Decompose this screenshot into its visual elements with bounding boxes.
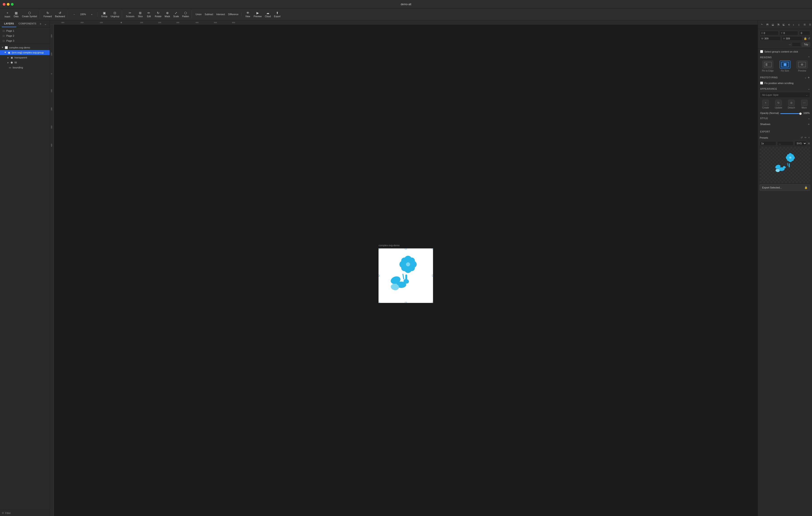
resizing-header[interactable]: RESIZING ⌃ — [758, 54, 812, 60]
view-button[interactable]: 👁 View — [244, 10, 252, 18]
collapse-layers-button[interactable]: ⌄ — [43, 21, 48, 27]
handle-ml[interactable] — [379, 275, 379, 277]
more-align-icon[interactable]: ⊟ — [808, 23, 812, 27]
update-style-button[interactable]: ↻ Update — [773, 100, 785, 109]
lock-icon[interactable]: 🔒 — [804, 37, 807, 40]
add-shadow-button[interactable]: + — [808, 122, 810, 126]
layer-style-selector[interactable]: No Layer Style ⌄ — [760, 92, 810, 98]
h-input[interactable]: 309 — [786, 37, 801, 40]
style-header[interactable]: STYLE ⌄ — [758, 115, 812, 121]
align-left-icon[interactable]: ⬑ — [760, 23, 764, 27]
layer-arrow-transparent[interactable]: ▶ — [6, 56, 10, 59]
distribute-v-icon[interactable]: ⫿ — [797, 23, 801, 27]
handle-tr[interactable] — [432, 248, 433, 249]
y-field[interactable]: Y 0 — [779, 31, 798, 35]
ungroup-button[interactable]: ⊡ Ungroup — [109, 10, 120, 18]
tab-components[interactable]: COMPONENTS — [16, 20, 39, 27]
align-right-icon[interactable]: ⬓ — [771, 23, 775, 27]
edit-presets-icon[interactable]: ✏ — [804, 136, 807, 140]
mask-button[interactable]: ⊗ Mask — [163, 10, 172, 18]
layer-arrow-fill[interactable]: ▶ — [6, 61, 10, 64]
y-input[interactable]: 0 — [783, 32, 797, 34]
export-toolbar-button[interactable]: ⬆ Export — [272, 10, 282, 18]
fix-size-option[interactable]: Fix Size — [777, 60, 793, 72]
layer-arrow[interactable]: ▶ — [1, 46, 4, 50]
reset-icon[interactable]: ↺ — [808, 37, 810, 40]
remove-export-button[interactable]: ✕ — [808, 142, 810, 145]
format-select[interactable]: SVG PNG PDF JPG — [794, 141, 807, 146]
edit-button[interactable]: ✏ Edit — [145, 10, 153, 18]
scissors-button[interactable]: ✂ Scissors — [124, 10, 136, 18]
flatten-button[interactable]: ⬡ Flatten — [181, 10, 191, 18]
corner-input[interactable] — [793, 43, 799, 46]
maximize-button[interactable] — [11, 3, 13, 6]
prefix-suffix-field[interactable]: ... — [777, 141, 794, 146]
rotation-input[interactable] — [801, 32, 809, 34]
rotate-button[interactable]: ↻ Rotate — [153, 10, 163, 18]
align-top-icon[interactable]: ⬔ — [776, 23, 781, 27]
export-header[interactable]: EXPORT — [758, 129, 812, 134]
layer-transparent[interactable]: ▶ ▣ transparent — [0, 55, 50, 60]
intersect-button[interactable]: Intersect — [215, 12, 226, 16]
preview-button[interactable]: ▶ Preview — [252, 10, 263, 18]
layer-arrow-group[interactable]: ▶ — [4, 51, 7, 54]
insert-button[interactable]: ＋ Insert — [3, 10, 11, 19]
fix-position-checkbox[interactable] — [760, 82, 763, 85]
reset-presets-icon[interactable]: ↺ — [800, 136, 803, 140]
union-button[interactable]: Union — [194, 12, 203, 16]
size-field[interactable]: 1x — [760, 141, 776, 146]
handle-br[interactable] — [432, 302, 433, 303]
h-field[interactable]: H 309 — [782, 36, 803, 41]
rotation-field[interactable] — [799, 31, 810, 35]
handle-tl[interactable] — [379, 248, 379, 249]
group-button[interactable]: ▣ Group — [100, 10, 109, 18]
backward-button[interactable]: ↺ Backward — [54, 10, 66, 18]
spacing-icon[interactable]: ⊞ — [802, 23, 807, 27]
pin-to-edge-option[interactable]: Pin to Edge — [760, 60, 776, 72]
canvas-background[interactable]: complex-svg-demo — [54, 25, 758, 516]
add-layer-button[interactable]: + — [39, 21, 42, 27]
tidy-button[interactable]: Tidy — [802, 42, 810, 47]
w-input[interactable]: 309 — [764, 37, 779, 40]
preview-resize-option[interactable]: Preview — [794, 60, 810, 72]
scale-button[interactable]: ⤢ Scale — [172, 10, 180, 18]
data-button[interactable]: ▦ Data — [12, 10, 20, 18]
add-prototype-button[interactable]: + — [808, 75, 810, 79]
prototyping-header[interactable]: PROTOTYPING ⌄ + — [758, 74, 812, 80]
page-item-1[interactable]: □ Page 1 — [0, 28, 50, 33]
cloud-button[interactable]: ☁ Cloud — [263, 10, 272, 18]
zoom-level[interactable]: 100% — [79, 12, 87, 16]
create-symbol-button[interactable]: ⬡ Create Symbol — [21, 10, 38, 18]
handle-mr[interactable] — [432, 275, 433, 277]
opacity-slider-container[interactable] — [780, 112, 802, 114]
distribute-h-icon[interactable]: ⫾ — [791, 23, 796, 27]
layer-fill[interactable]: ▶ ⬟ fill — [0, 60, 50, 65]
handle-tc[interactable] — [405, 248, 407, 249]
zoom-out-button[interactable]: − — [70, 12, 78, 16]
w-field[interactable]: W 309 — [760, 36, 781, 41]
slice-button[interactable]: ⊞ Slice — [136, 10, 144, 18]
page-item-2[interactable]: □ Page 2 — [0, 33, 50, 38]
handle-bl[interactable] — [379, 302, 379, 303]
corner-field[interactable] — [792, 42, 801, 47]
tab-layers[interactable]: LAYERS — [2, 20, 16, 27]
appearance-header[interactable]: APPEARANCE ⌄ — [758, 86, 812, 91]
minimize-button[interactable] — [7, 3, 9, 6]
layer-srm-group[interactable]: ▶ ▣ [srm.svg] complex-svg-group — [0, 50, 50, 55]
difference-button[interactable]: Difference — [227, 12, 240, 16]
select-group-content-checkbox[interactable] — [760, 50, 763, 53]
zoom-in-button[interactable]: ＋ — [88, 12, 96, 17]
export-selected-button[interactable]: Export Selected... 🔒 — [760, 184, 810, 191]
handle-bc[interactable] — [405, 302, 407, 303]
align-middle-v-icon[interactable]: ⬕ — [781, 23, 786, 27]
x-field[interactable]: X 0 — [760, 31, 779, 35]
layer-bounding[interactable]: ▭ bounding — [0, 65, 50, 70]
opacity-slider[interactable] — [780, 113, 802, 114]
subtract-button[interactable]: Subtract — [203, 12, 214, 16]
close-button[interactable] — [3, 3, 5, 6]
page-item-3[interactable]: □ Page 3 — [0, 38, 50, 43]
align-center-h-icon[interactable]: ⬒ — [765, 23, 770, 27]
artboard[interactable] — [379, 248, 433, 303]
x-input[interactable]: 0 — [764, 32, 777, 34]
canvas-area[interactable]: -300 -200 -100 0 100 200 300 400 500 600… — [50, 20, 758, 516]
